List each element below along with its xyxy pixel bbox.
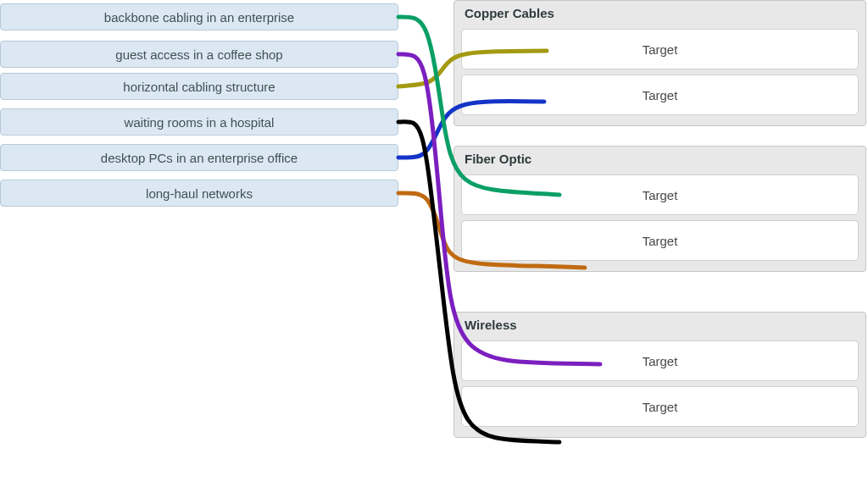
target-label: Target [643,188,678,202]
category-title: Copper Cables [454,1,865,24]
source-label: long-haul networks [146,186,253,201]
source-item[interactable]: waiting rooms in a hospital [0,108,398,136]
drop-target[interactable]: Target [461,386,859,427]
source-item[interactable]: long-haul networks [0,180,398,207]
drop-target[interactable]: Target [461,340,859,381]
drop-target[interactable]: Target [461,174,859,215]
source-item[interactable]: desktop PCs in an enterprise office [0,144,398,171]
category-copper-cables: Copper Cables Target Target [453,0,866,126]
source-label: horizontal cabling structure [123,80,275,94]
target-label: Target [643,88,678,102]
source-label: guest access in a coffee shop [115,47,282,62]
target-label: Target [643,234,678,248]
matching-stage: backbone cabling in an enterprise guest … [0,0,868,487]
source-item[interactable]: guest access in a coffee shop [0,41,398,68]
category-fiber-optic: Fiber Optic Target Target [453,146,866,272]
source-item[interactable]: horizontal cabling structure [0,73,398,100]
source-label: backbone cabling in an enterprise [104,10,294,25]
target-label: Target [643,400,678,414]
target-label: Target [643,42,678,57]
drop-target[interactable]: Target [461,75,859,115]
category-title: Fiber Optic [454,147,865,169]
source-label: desktop PCs in an enterprise office [101,151,298,165]
source-label: waiting rooms in a hospital [125,115,275,130]
source-item[interactable]: backbone cabling in an enterprise [0,3,398,30]
target-label: Target [643,354,678,368]
category-title: Wireless [454,313,865,335]
drop-target[interactable]: Target [461,220,859,261]
drop-target[interactable]: Target [461,29,859,69]
category-wireless: Wireless Target Target [453,312,866,438]
